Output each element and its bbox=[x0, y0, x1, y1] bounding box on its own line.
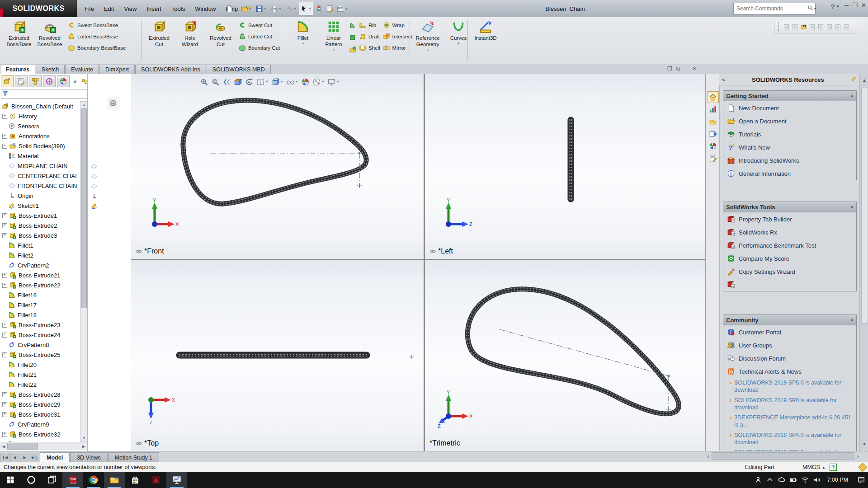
pin-icon[interactable] bbox=[851, 76, 857, 82]
menu-edit[interactable]: Edit bbox=[100, 4, 118, 14]
ribbon-boundary-boss-base-button[interactable]: Boundary Boss/Base bbox=[68, 43, 126, 52]
status-help-icon[interactable]: ? bbox=[830, 464, 837, 471]
task-pane-vertical-scrollbar[interactable]: ▲ ▼ bbox=[859, 74, 868, 451]
minimize-button[interactable]: ─ bbox=[844, 2, 849, 9]
tag-icon[interactable] bbox=[858, 463, 867, 472]
section-header[interactable]: Getting Started« bbox=[723, 91, 856, 101]
tree-item-centerplane-chai[interactable]: CENTERPLANE CHAI bbox=[0, 171, 80, 181]
print-button[interactable] bbox=[269, 2, 283, 15]
tree-item-boss-extrude1[interactable]: +Boss-Extrude1 bbox=[0, 211, 80, 221]
taskpane-item-my-products[interactable] bbox=[723, 278, 856, 291]
expand-icon[interactable]: + bbox=[2, 432, 7, 437]
tab-solidworks-mbd[interactable]: SOLIDWORKS MBD bbox=[207, 65, 271, 74]
tree-item-sketch1[interactable]: Sketch1 bbox=[0, 201, 80, 211]
tree-item-sensors[interactable]: Sensors bbox=[0, 121, 80, 131]
tray-volume[interactable] bbox=[813, 476, 821, 483]
options-button[interactable] bbox=[335, 2, 350, 15]
search-icon[interactable] bbox=[807, 5, 813, 12]
tree-item-boss-extrude22[interactable]: +Boss-Extrude22 bbox=[0, 280, 80, 290]
mini-patternb-button[interactable] bbox=[349, 45, 356, 54]
task-pane-tab-appearances-pane[interactable] bbox=[707, 140, 719, 152]
tab-evaluate[interactable]: Evaluate bbox=[65, 65, 99, 74]
panel-tab-dimxpertmanager[interactable] bbox=[43, 75, 56, 87]
taskbar-app-solidworks[interactable]: SW2015 bbox=[62, 472, 83, 488]
tab-sketch[interactable]: Sketch bbox=[36, 65, 65, 74]
filter-input[interactable] bbox=[8, 90, 90, 98]
display-style-button[interactable] bbox=[270, 77, 284, 87]
taskbar-win-start[interactable] bbox=[0, 472, 21, 488]
search-caret-icon[interactable]: ▼ bbox=[813, 7, 817, 11]
tree-item-crvpattern2[interactable]: CrvPattern2 bbox=[0, 260, 80, 270]
taskbar-app-explorer[interactable] bbox=[104, 472, 125, 488]
traffic-light-button[interactable] bbox=[314, 2, 324, 15]
tree-item-fillet16[interactable]: Fillet16 bbox=[0, 290, 80, 300]
tree-item-crvpattern9[interactable]: CrvPattern9 bbox=[0, 419, 80, 429]
rollback-sphere-button[interactable] bbox=[107, 97, 119, 109]
tree-item-boss-extrude3[interactable]: +Boss-Extrude3 bbox=[0, 230, 80, 240]
news-link[interactable]: ›SOLIDWORKS 2018 SP4.0 is available for … bbox=[723, 430, 856, 448]
scroll-up-icon[interactable]: ▲ bbox=[860, 74, 868, 83]
viewport-left[interactable]: *LeftYZ bbox=[425, 74, 705, 259]
tree-item-fillet22[interactable]: Fillet22 bbox=[0, 380, 80, 389]
split-tree-sketch[interactable] bbox=[90, 202, 98, 211]
mini-pattern-button[interactable] bbox=[349, 33, 356, 42]
ribbon-curves-button[interactable]: Curves bbox=[443, 18, 474, 45]
tree-item-crvpattern8[interactable]: CrvPattern8 bbox=[0, 340, 80, 350]
taskpane-item-tutorials[interactable]: Tutorials bbox=[723, 127, 856, 141]
zoom-area-button[interactable] bbox=[210, 77, 221, 87]
scroll-down-icon[interactable]: ▼ bbox=[80, 436, 88, 440]
panel-tab-propertymanager[interactable] bbox=[15, 75, 28, 87]
ribbon-fillet-button[interactable]: Fillet bbox=[288, 18, 318, 45]
menu-tools[interactable]: Tools bbox=[167, 4, 189, 14]
taskpane-item-discussion-forum[interactable]: Discussion Forum bbox=[723, 352, 856, 365]
collapse-pane-icon[interactable]: « bbox=[719, 76, 728, 83]
tree-horizontal-scrollbar[interactable]: ◀ ▶ bbox=[0, 442, 87, 450]
tab-scroll-1[interactable]: ◀ bbox=[10, 453, 19, 462]
taskbar-clock[interactable]: 7:00 PM bbox=[825, 477, 850, 483]
viewport-front[interactable]: A*FrontYX bbox=[131, 74, 424, 259]
collapse-section-icon[interactable]: « bbox=[849, 206, 855, 208]
news-link[interactable]: ›SOLIDWORKS 2018 SP5.0 is available for … bbox=[723, 378, 856, 395]
doc-minimize-icon[interactable]: ─ bbox=[684, 66, 688, 72]
tree-item-fillet20[interactable]: Fillet20 bbox=[0, 360, 80, 370]
previous-view-button[interactable] bbox=[222, 77, 232, 87]
model-tab-motion-study-1[interactable]: Motion Study 1 bbox=[108, 452, 159, 462]
tree-item-fillet21[interactable]: Fillet21 bbox=[0, 370, 80, 380]
taskpane-item-performance-benchmark-test[interactable]: RxPerformance Benchmark Test bbox=[723, 239, 856, 252]
restore-button[interactable]: ❐ bbox=[852, 2, 858, 9]
ribbon-intersect-button[interactable]: Intersect bbox=[383, 32, 412, 41]
taskpane-item-introducing-solidworks[interactable]: Introducing SolidWorks bbox=[723, 154, 856, 167]
task-pane-tab-custom-properties[interactable] bbox=[707, 152, 719, 164]
tray-notification[interactable] bbox=[857, 476, 865, 484]
taskpane-item-open-a-document[interactable]: Open a Document bbox=[723, 114, 856, 127]
zoom-fit-button[interactable] bbox=[199, 77, 209, 87]
ribbon-revolved-cut-button[interactable]: RevolvedCut bbox=[205, 18, 236, 48]
section-header[interactable]: SolidWorks Tools« bbox=[723, 202, 856, 212]
expand-icon[interactable]: + bbox=[2, 273, 7, 278]
ribbon-wrap-button[interactable]: Wrap bbox=[383, 21, 412, 30]
ribbon-extruded-boss-base-button[interactable]: ExtrudedBoss/Base bbox=[4, 18, 34, 48]
taskpane-item-technical-alerts-news[interactable]: Technical Alerts & News bbox=[723, 365, 856, 378]
split-tree-plane[interactable] bbox=[90, 183, 98, 191]
expand-icon[interactable]: + bbox=[2, 114, 7, 119]
tab-solidworks-add-ins[interactable]: SOLIDWORKS Add-Ins bbox=[135, 65, 206, 74]
model-tab-model[interactable]: Model bbox=[40, 452, 70, 462]
menu-insert[interactable]: Insert bbox=[142, 4, 165, 14]
taskpane-item-general-information[interactable]: iGeneral Information bbox=[723, 167, 856, 180]
taskpane-item-user-groups[interactable]: User Groups bbox=[723, 338, 856, 352]
tree-item-boss-extrude32[interactable]: +Boss-Extrude32 bbox=[0, 429, 80, 439]
tray-wifi[interactable] bbox=[802, 476, 809, 483]
scroll-right-icon[interactable]: › bbox=[857, 453, 859, 460]
toolbar-grip[interactable] bbox=[778, 22, 780, 31]
tree-item-boss-extrude21[interactable]: +Boss-Extrude21 bbox=[0, 270, 80, 280]
file-properties-button[interactable] bbox=[325, 2, 335, 15]
search-commands-box[interactable]: ▼ bbox=[733, 3, 816, 14]
taskpane-item-new-document[interactable]: New Document bbox=[723, 101, 856, 114]
taskbar-app-store[interactable] bbox=[125, 472, 146, 488]
collapse-section-icon[interactable]: « bbox=[849, 94, 855, 97]
collapse-tree-icon[interactable]: « bbox=[73, 78, 77, 85]
hide-show-items-button[interactable] bbox=[285, 77, 299, 87]
split-tree-plane[interactable] bbox=[90, 173, 98, 181]
ribbon-lofted-cut-button[interactable]: Lofted Cut bbox=[239, 32, 280, 41]
tree-item-boss-extrude23[interactable]: +Boss-Extrude23 bbox=[0, 320, 80, 330]
